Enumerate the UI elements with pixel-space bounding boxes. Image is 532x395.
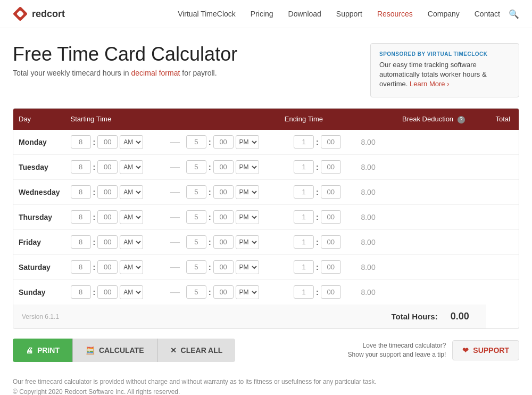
- end-hour-6[interactable]: [186, 285, 206, 299]
- day-label-saturday: Saturday: [13, 254, 65, 279]
- nav-download[interactable]: Download: [288, 10, 321, 18]
- break-min-5[interactable]: [321, 260, 341, 274]
- break-hour-0[interactable]: [294, 135, 314, 149]
- end-min-2[interactable]: [213, 185, 234, 199]
- divider-1: —: [170, 161, 180, 172]
- col-break: Break Deduction ?: [384, 109, 486, 130]
- break-cell-6: :: [279, 279, 352, 305]
- start-ampm-0[interactable]: AMPM: [120, 135, 143, 149]
- day-label-monday: Monday: [13, 130, 65, 155]
- break-help-icon[interactable]: ?: [458, 116, 465, 124]
- break-hour-6[interactable]: [294, 285, 314, 299]
- start-hour-0[interactable]: [71, 135, 91, 149]
- start-ampm-5[interactable]: AMPM: [120, 260, 143, 274]
- sponsor-box: SPONSORED BY VIRTUAL TIMECLOCK Our easy …: [370, 43, 519, 97]
- end-ampm-4[interactable]: AMPM: [236, 235, 259, 249]
- break-min-1[interactable]: [321, 160, 341, 174]
- end-hour-3[interactable]: [186, 210, 206, 224]
- calculate-button[interactable]: 🧮 CALCULATE: [72, 339, 157, 362]
- end-hour-1[interactable]: [186, 160, 206, 174]
- break-hour-3[interactable]: [294, 210, 314, 224]
- break-cell-2: :: [279, 179, 352, 204]
- start-min-2[interactable]: [97, 185, 118, 199]
- start-min-1[interactable]: [97, 160, 118, 174]
- nav-support[interactable]: Support: [336, 10, 362, 18]
- table-row: Friday : AMPM — : AMPM: [13, 229, 519, 254]
- start-time-cell-1: : AMPM: [65, 154, 161, 179]
- start-colon-4: :: [93, 238, 96, 246]
- start-hour-2[interactable]: [71, 185, 91, 199]
- break-min-6[interactable]: [321, 285, 341, 299]
- start-time-cell-2: : AMPM: [65, 179, 161, 204]
- end-min-4[interactable]: [213, 235, 234, 249]
- break-hour-1[interactable]: [294, 160, 314, 174]
- start-hour-5[interactable]: [71, 260, 91, 274]
- end-ampm-3[interactable]: AMPM: [236, 210, 259, 224]
- nav-virtual-timeclock[interactable]: Virtual TimeClock: [178, 10, 236, 18]
- break-hour-2[interactable]: [294, 185, 314, 199]
- end-ampm-6[interactable]: AMPM: [236, 285, 259, 299]
- break-cell-1: :: [279, 154, 352, 179]
- learn-more-link[interactable]: Learn More ›: [410, 80, 449, 88]
- start-time-cell-0: : AMPM: [65, 130, 161, 155]
- support-area: Love the timecard calculator? Show your …: [348, 340, 519, 360]
- print-button[interactable]: 🖨 PRINT: [13, 339, 72, 362]
- end-colon-4: :: [209, 238, 211, 246]
- start-min-3[interactable]: [97, 210, 118, 224]
- start-colon-0: :: [93, 138, 96, 146]
- heart-icon: ❤: [462, 346, 469, 355]
- start-hour-3[interactable]: [71, 210, 91, 224]
- start-min-0[interactable]: [97, 135, 118, 149]
- start-ampm-2[interactable]: AMPM: [120, 185, 143, 199]
- break-hour-5[interactable]: [294, 260, 314, 274]
- end-time-cell-3: — : AMPM: [161, 204, 279, 229]
- decimal-format-link[interactable]: decimal format: [131, 69, 180, 77]
- break-cell-4: :: [279, 229, 352, 254]
- start-colon-2: :: [93, 188, 96, 196]
- end-hour-4[interactable]: [186, 235, 206, 249]
- break-colon-5: :: [316, 263, 319, 271]
- start-min-4[interactable]: [97, 235, 118, 249]
- end-min-1[interactable]: [213, 160, 234, 174]
- day-label-wednesday: Wednesday: [13, 179, 65, 204]
- start-ampm-6[interactable]: AMPM: [120, 285, 143, 299]
- start-hour-1[interactable]: [71, 160, 91, 174]
- start-min-6[interactable]: [97, 285, 118, 299]
- start-ampm-4[interactable]: AMPM: [120, 235, 143, 249]
- start-ampm-3[interactable]: AMPM: [120, 210, 143, 224]
- logo-text: redcort: [32, 9, 65, 20]
- nav-pricing[interactable]: Pricing: [251, 10, 273, 18]
- divider-3: —: [170, 211, 180, 223]
- nav-company[interactable]: Company: [428, 10, 460, 18]
- break-min-3[interactable]: [321, 210, 341, 224]
- start-colon-3: :: [93, 213, 96, 221]
- end-hour-5[interactable]: [186, 260, 206, 274]
- start-hour-6[interactable]: [71, 285, 91, 299]
- end-ampm-0[interactable]: AMPM: [236, 135, 259, 149]
- start-ampm-1[interactable]: AMPM: [120, 160, 143, 174]
- start-hour-4[interactable]: [71, 235, 91, 249]
- start-min-5[interactable]: [97, 260, 118, 274]
- break-min-4[interactable]: [321, 235, 341, 249]
- break-min-0[interactable]: [321, 135, 341, 149]
- end-min-6[interactable]: [213, 285, 234, 299]
- end-min-0[interactable]: [213, 135, 234, 149]
- end-min-3[interactable]: [213, 210, 234, 224]
- support-button[interactable]: ❤ SUPPORT: [452, 340, 519, 360]
- clear-all-button[interactable]: ✕ CLEAR ALL: [157, 339, 236, 362]
- close-icon: ✕: [170, 346, 177, 355]
- end-min-5[interactable]: [213, 260, 234, 274]
- end-ampm-2[interactable]: AMPM: [236, 185, 259, 199]
- end-hour-2[interactable]: [186, 185, 206, 199]
- nav-contact[interactable]: Contact: [475, 10, 500, 18]
- end-ampm-1[interactable]: AMPM: [236, 160, 259, 174]
- logo[interactable]: redcort: [13, 6, 65, 21]
- break-min-2[interactable]: [321, 185, 341, 199]
- break-hour-4[interactable]: [294, 235, 314, 249]
- start-time-cell-4: : AMPM: [65, 229, 161, 254]
- day-label-thursday: Thursday: [13, 204, 65, 229]
- nav-resources[interactable]: Resources: [377, 10, 413, 18]
- end-hour-0[interactable]: [186, 135, 206, 149]
- end-ampm-5[interactable]: AMPM: [236, 260, 259, 274]
- search-icon[interactable]: 🔍: [509, 9, 519, 19]
